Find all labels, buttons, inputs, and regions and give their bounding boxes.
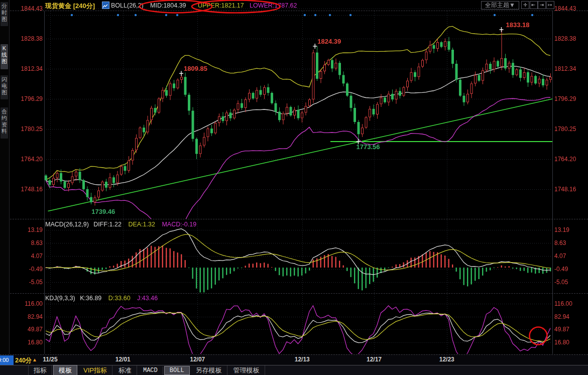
date-axis-label: 12/17	[362, 356, 386, 363]
top-toolbar: 现货黄金 [240分] BOLL(26,2) MID:1804.39 UPPER…	[0, 0, 588, 11]
chart-annotation: 1824.39	[317, 38, 341, 45]
panel-divider	[0, 219, 588, 219]
footer-tab-manage-template[interactable]: 管理模板	[228, 365, 265, 375]
macd-axis-tick: -5.05	[554, 279, 584, 286]
kdj-d-value: D:33.60	[108, 295, 131, 302]
kdj-axis-tick: 82.94	[554, 313, 584, 320]
time-cursor-box: 9:00	[0, 355, 14, 365]
date-axis-label: 11/25	[38, 356, 62, 363]
macd-axis-tick: -0.49	[15, 266, 43, 273]
compress-chart-icon[interactable]: ⇤	[530, 1, 538, 9]
sidebar-tab-contract-info[interactable]: 合约资料	[1, 107, 8, 139]
sidebar-tab-lightning-chart[interactable]: 闪电图	[1, 75, 8, 99]
macd-axis-tick: 8.63	[554, 239, 584, 246]
price-axis-tick: 1812.34	[554, 65, 584, 72]
crosshair-icon[interactable]: ✛	[521, 1, 529, 9]
symbol-period-label: 现货黄金 [240分]	[45, 2, 95, 11]
expand-chart-icon[interactable]: ⇥	[538, 1, 546, 9]
price-axis-tick: 1828.38	[554, 35, 584, 42]
chart-canvas[interactable]	[0, 0, 588, 375]
price-axis-tick: 1828.38	[15, 35, 43, 42]
kdj-axis-tick: 116.00	[15, 300, 43, 307]
macd-axis-tick: -0.49	[554, 266, 584, 273]
macd-axis-tick: 13.19	[15, 226, 43, 233]
price-axis-tick: 1780.25	[554, 126, 584, 133]
date-axis-label: 12/01	[111, 356, 135, 363]
indicator-chart-icon	[102, 2, 109, 9]
kdj-axis-tick: 49.87	[554, 326, 584, 333]
macd-axis-tick: 4.07	[15, 253, 43, 260]
chart-type-sidebar: 分时图K线图闪电图合约资料	[0, 0, 10, 375]
sidebar-tab-time-share-chart[interactable]: 分时图	[1, 2, 8, 26]
footer-tab-macd[interactable]: MACD	[138, 366, 163, 374]
date-axis-label: 12/13	[290, 356, 314, 363]
macd-axis-tick: 4.07	[554, 253, 584, 260]
footer-tab-save-template[interactable]: 另存模板	[191, 365, 227, 375]
footer-tab-templates[interactable]: 模板	[53, 365, 77, 375]
macd-macd-value: MACD:-0.19	[162, 221, 196, 228]
date-axis-label: 12/23	[435, 356, 459, 363]
price-axis-tick: 1796.29	[15, 95, 43, 102]
date-axis-label: 12/07	[185, 356, 209, 363]
price-axis-tick: 1748.16	[554, 186, 584, 193]
kdj-axis-tick: 82.94	[15, 313, 43, 320]
kdj-label-row: KDJ(9,3,3) K:36.89 D:33.60 J:43.46	[45, 295, 158, 302]
period-selector[interactable]: 240分	[15, 356, 32, 365]
kdj-indicator-label: KDJ(9,3,3)	[45, 295, 75, 302]
macd-dea-value: DEA:1.32	[128, 221, 155, 228]
footer-tab-vip-indicators[interactable]: VIP指标	[78, 365, 112, 375]
macd-diff-value: DIFF:1.22	[93, 221, 122, 228]
footer-tab-boll[interactable]: BOLL	[164, 366, 190, 375]
chart-annotation: 1739.46	[91, 208, 115, 215]
boll-upper-value: UPPER:1821.17	[198, 2, 244, 9]
chart-annotation: 1833.18	[506, 21, 530, 29]
bottom-toolbar: 指标模板VIP指标标准MACDBOLL另存模板管理模板	[0, 365, 588, 375]
price-axis-tick: 1812.34	[15, 65, 43, 72]
macd-axis-tick: -5.05	[15, 279, 43, 286]
boll-indicator-label: BOLL(26,2)	[111, 2, 144, 9]
chart-annotation: 1809.85	[184, 65, 207, 72]
price-axis-tick: 1780.25	[15, 126, 43, 133]
panel-divider	[0, 11, 588, 11]
macd-axis-tick: 8.63	[15, 239, 43, 246]
kdj-axis-tick: 16.80	[15, 339, 43, 346]
chart-annotation: 1773.56	[357, 143, 380, 151]
kdj-axis-tick: 49.87	[15, 326, 43, 333]
macd-label-row: MACD(26,12,9) DIFF:1.22 DEA:1.32 MACD:-0…	[45, 221, 196, 228]
kdj-axis-tick: 16.80	[554, 339, 584, 346]
price-axis-tick: 1764.20	[15, 156, 43, 163]
macd-axis-tick: 13.19	[554, 226, 584, 233]
price-axis-tick: 1748.16	[15, 186, 43, 193]
macd-indicator-label: MACD(26,12,9)	[45, 221, 89, 228]
boll-mid-value: MID:1804.39	[150, 2, 186, 9]
panel-divider	[0, 293, 588, 294]
price-axis-tick: 1796.29	[554, 95, 584, 102]
pan-right-icon[interactable]: ↦	[546, 1, 554, 9]
theme-dropdown[interactable]: 全部主题▼	[481, 1, 519, 10]
kdj-axis-tick: 116.00	[554, 300, 584, 307]
period-up-arrow-icon[interactable]: ▲	[32, 357, 37, 362]
boll-lower-value: LOWER:1787.62	[250, 2, 297, 9]
price-axis-tick: 1764.20	[554, 156, 584, 163]
footer-tab-indicators[interactable]: 指标	[28, 365, 52, 375]
trading-app-window: 现货黄金 [240分] BOLL(26,2) MID:1804.39 UPPER…	[0, 0, 588, 375]
footer-tab-standard[interactable]: 标准	[113, 365, 137, 375]
kdj-j-value: J:43.46	[137, 295, 158, 302]
kdj-k-value: K:36.89	[80, 295, 101, 302]
sidebar-tab-kline-chart[interactable]: K线图	[1, 44, 8, 69]
